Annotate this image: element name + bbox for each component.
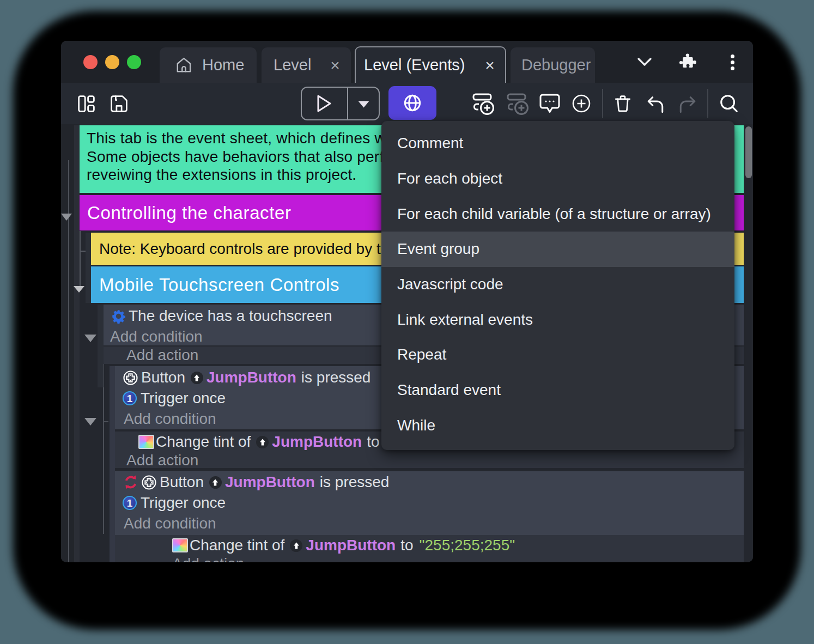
svg-text:1: 1 — [127, 497, 133, 509]
svg-text:1: 1 — [127, 393, 133, 404]
